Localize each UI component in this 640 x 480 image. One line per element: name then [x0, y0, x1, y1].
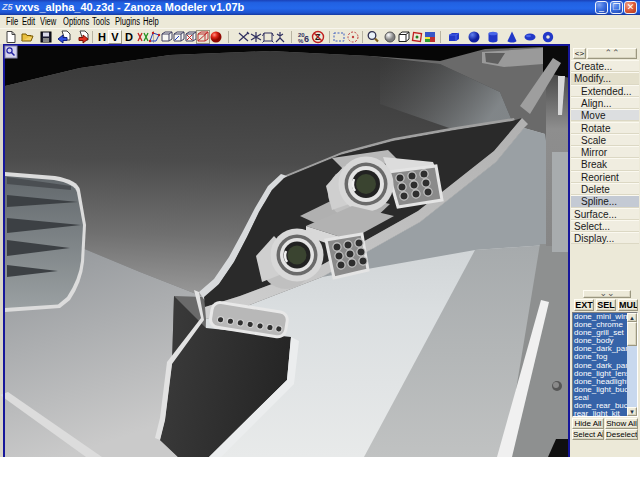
svg-text:6: 6 — [304, 34, 309, 44]
